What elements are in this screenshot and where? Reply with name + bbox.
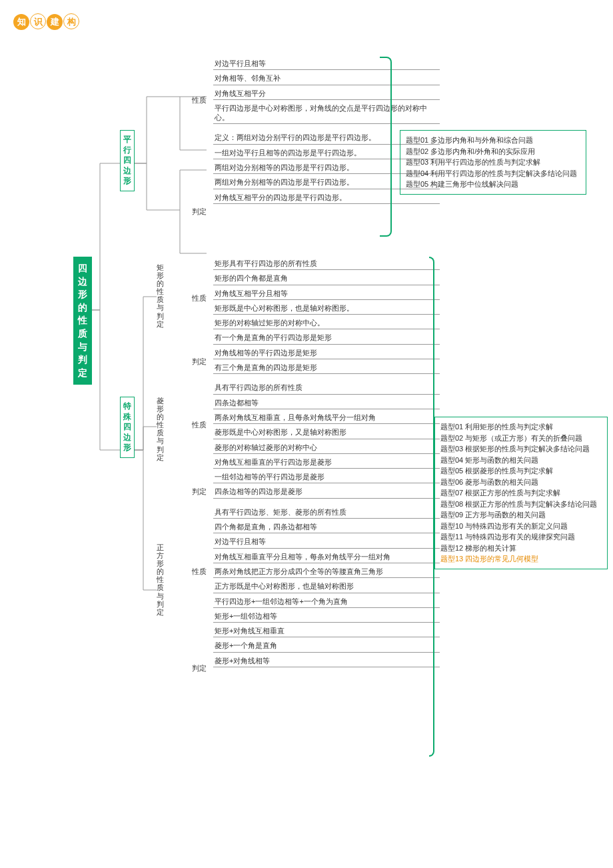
topic-row: 题型01 利用矩形的性质与判定求解 [440, 421, 602, 433]
logo-char: 构 [63, 13, 79, 29]
topic-row: 题型13 四边形的常见几何模型 [440, 553, 602, 565]
root-node: 四边形的性质与判定 [73, 257, 92, 385]
topics-box-2: 题型01 利用矩形的性质与判定求解题型02 与矩形（或正方形）有关的折叠问题题型… [434, 417, 608, 569]
leaf-item: 平行四边形是中心对称图形，对角线的交点是平行四边形的对称中心。 [213, 101, 440, 125]
leaf-item: 对边平行且相等 [213, 535, 440, 548]
leaf-item: 具有平行四边形、矩形、菱形的所有性质 [213, 505, 440, 519]
leaf-item: 矩形+对角线互相垂直 [213, 624, 440, 637]
group-label: 判定 [180, 663, 207, 673]
logo-char: 知 [13, 14, 29, 30]
topic-row: 题型04 利用平行四边形的性质与判定解决多结论问题 [406, 168, 580, 179]
leaf-item: 对角线互相平分 [213, 87, 440, 100]
group-label: 判定 [180, 207, 207, 217]
leaf-item: 菱形的对称轴过菱形的对称中心 [213, 441, 440, 454]
leaf-item: 矩形+一组邻边相等 [213, 609, 440, 623]
topic-row: 题型04 矩形与函数的相关问题 [440, 455, 602, 466]
leaf-item: 对角线互相垂直的平行四边形是菱形 [213, 455, 440, 469]
topic-row: 题型02 多边形内角和/外角和的实际应用 [406, 146, 580, 157]
leaf-item: 两条对角线把正方形分成四个全等的等腰直角三角形 [213, 565, 440, 578]
group-label: 判定 [180, 357, 207, 367]
subgroup-label: 矩形的性质与判定 [157, 263, 169, 328]
leaf-item: 对角相等、邻角互补 [213, 71, 440, 85]
topic-row: 题型06 菱形与函数的相关问题 [440, 477, 602, 488]
diagram-container: 知 识 建 构 四边形的性质与判定 平行四边形 特殊四边形 [13, 13, 600, 790]
topic-row: 题型03 根据矩形的性质与判定解决多结论问题 [440, 443, 602, 455]
leaf-item: 两条对角线互相垂直，且每条对角线平分一组对角 [213, 411, 440, 424]
group-label: 判定 [180, 487, 207, 497]
leaf-item: 对角线相等的平行四边形是矩形 [213, 346, 440, 359]
leaf-item: 矩形既是中心对称图形，也是轴对称图形。 [213, 301, 440, 315]
topic-row: 题型03 利用平行四边形的性质与判定求解 [406, 157, 580, 168]
topic-row: 题型02 与矩形（或正方形）有关的折叠问题 [440, 433, 602, 444]
leaf-item: 菱形+一个角是直角 [213, 639, 440, 652]
subgroup-label: 菱形的性质与判定 [157, 397, 169, 461]
topics-box-1: 题型01 多边形内角和与外角和综合问题题型02 多边形内角和/外角和的实际应用题… [400, 130, 586, 195]
leaf-item: 矩形的对称轴过矩形的对称中心。 [213, 316, 440, 329]
topic-row: 题型08 根据正方形的性质与判定解决多结论问题 [440, 499, 602, 510]
level1-top: 平行四边形 [120, 130, 135, 191]
leaf-item: 四条边都相等 [213, 396, 440, 409]
leaf-item: 正方形既是中心对称图形，也是轴对称图形 [213, 579, 440, 593]
logo: 知 识 建 构 [13, 13, 600, 30]
topic-row: 题型09 正方形与函数的相关问题 [440, 509, 602, 521]
section2-col: 矩形的性质与判定 性质 矩形具有平行四边形的所有性质矩形的四个角都是直角对角线互… [213, 257, 440, 669]
leaf-item: 对边平行且相等 [213, 57, 440, 70]
leaf-item: 矩形具有平行四边形的所有性质 [213, 257, 440, 270]
group-label: 性质 [180, 95, 207, 105]
leaf-item: 四条边相等的四边形是菱形 [213, 485, 440, 498]
bracket-icon [380, 57, 392, 237]
subgroup-label: 正方形的性质与判定 [157, 543, 169, 616]
topic-row: 题型12 梯形的相关计算 [440, 543, 602, 554]
leaf-item: 菱形既是中心对称图形，又是轴对称图形 [213, 425, 440, 439]
topic-row: 题型05 根据菱形的性质与判定求解 [440, 465, 602, 477]
leaf-item: 菱形+对角线相等 [213, 654, 440, 667]
topic-row: 题型11 与特殊四边形有关的规律探究问题 [440, 531, 602, 543]
leaf-item: 对角线互相垂直平分且相等，每条对角线平分一组对角 [213, 550, 440, 563]
leaf-item: 对角线互相平分且相等 [213, 287, 440, 300]
logo-char: 建 [47, 14, 63, 30]
topic-row: 题型01 多边形内角和与外角和综合问题 [406, 135, 580, 146]
bracket-icon [429, 257, 434, 757]
leaf-item: 一组邻边相等的平行四边形是菱形 [213, 470, 440, 483]
leaf-item: 矩形的四个角都是直角 [213, 271, 440, 285]
topic-row: 题型05 构建三角形中位线解决问题 [406, 179, 580, 190]
leaf-item: 有一个角是直角的平行四边形是矩形 [213, 331, 440, 344]
l1-label: 特殊四边形 [123, 401, 131, 453]
group-label: 性质 [180, 293, 207, 303]
main-diagram: 四边形的性质与判定 平行四边形 特殊四边形 性质 对边平行且相等对角相等、邻角互… [13, 57, 600, 790]
leaf-item: 平行四边形+一组邻边相等+一个角为直角 [213, 595, 440, 608]
l1-label: 平行四边形 [123, 135, 131, 187]
logo-char: 识 [30, 13, 46, 29]
group-label: 性质 [180, 567, 207, 577]
leaf-item: 具有平行四边形的所有性质 [213, 381, 440, 394]
topic-row: 题型07 根据正方形的性质与判定求解 [440, 487, 602, 499]
group-label: 性质 [180, 420, 207, 430]
leaf-item: 四个角都是直角，四条边都相等 [213, 520, 440, 533]
leaf-item: 有三个角是直角的四边形是矩形 [213, 361, 440, 374]
topic-row: 题型10 与特殊四边形有关的新定义问题 [440, 521, 602, 532]
root-label: 四边形的性质与判定 [77, 262, 88, 379]
level1-bot: 特殊四边形 [120, 397, 135, 458]
